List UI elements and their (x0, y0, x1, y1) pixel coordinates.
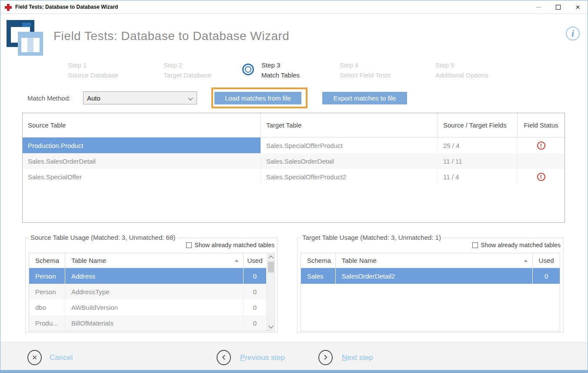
footer-bar: × Cancel ‹ Previous step › Next step (0, 342, 588, 371)
list-item[interactable]: Produ... BillOfMaterials 0 (29, 315, 274, 331)
error-icon[interactable]: ! (537, 141, 545, 150)
column-header-source-table[interactable]: Source Table (23, 113, 261, 137)
step-2-number: Step 2 (164, 61, 182, 69)
info-button[interactable]: i (566, 27, 580, 40)
step-2-label: Target Database (164, 70, 211, 80)
match-table-header: Source Table Target Table Source / Targe… (23, 113, 565, 138)
scroll-down-icon[interactable] (268, 323, 273, 328)
cell-table-name[interactable]: AWBuildVersion (65, 299, 244, 315)
title-bar: Field Tests: Database to Database Wizard… (0, 0, 588, 14)
column-header-used[interactable]: Used (533, 253, 560, 268)
error-icon[interactable]: ! (537, 173, 545, 181)
show-matched-label[interactable]: Show already matched tables (194, 242, 274, 249)
show-matched-checkbox[interactable] (472, 242, 478, 248)
target-table-usage-group: Target Table Usage (Matched: 3, Unmatche… (297, 238, 564, 333)
source-table-usage-group: Source Table Usage (Matched: 3, Unmatche… (25, 238, 277, 333)
column-header-schema[interactable]: Schema (301, 253, 336, 268)
table-row[interactable]: Sales.SpecialOffer Sales.SpecialOfferPro… (23, 169, 565, 185)
cell-used: 0 (244, 268, 266, 284)
list-item[interactable]: Person Address 0 (29, 268, 274, 284)
table-row[interactable]: Production.Product Sales.SpecialOfferPro… (23, 138, 565, 153)
target-usage-header: Schema Table Name Used (301, 253, 560, 268)
cell-table-name[interactable]: AddressType (65, 284, 244, 299)
cancel-link[interactable]: Cancel (50, 353, 73, 362)
cell-status: ! (518, 138, 565, 153)
step-4-select-field-tests: Step 4 Select Field Tests (340, 60, 391, 80)
match-method-dropdown[interactable]: Auto (83, 91, 197, 104)
cell-schema[interactable]: Person (29, 284, 65, 299)
step-3-number: Step 3 (261, 61, 280, 69)
cell-source[interactable]: Sales.SpecialOffer (23, 169, 261, 185)
cell-schema[interactable]: dbo (29, 299, 65, 315)
next-rest: ext step (347, 353, 373, 362)
step-5-label: Additional Options (435, 70, 488, 80)
target-usage-table: Schema Table Name Used Sales SalesOrderD… (301, 253, 560, 331)
step-5-number: Step 5 (435, 61, 454, 69)
previous-rest: revious step (245, 353, 285, 362)
step-1-source-database: Step 1 Source Database (68, 60, 118, 80)
next-step-link[interactable]: Next step (342, 353, 373, 362)
cell-target[interactable]: Sales.SalesOrderDetail (261, 153, 438, 169)
table-name-label: Table Name (342, 257, 377, 264)
cell-source[interactable]: Sales.SalesOrderDetail (23, 153, 261, 169)
list-item[interactable]: dbo AWBuildVersion 0 (29, 299, 274, 315)
scroll-up-icon[interactable] (268, 255, 273, 260)
cell-source[interactable]: Production.Product (23, 138, 261, 153)
close-icon: × (576, 3, 580, 11)
previous-accelerator: P (240, 353, 245, 362)
cell-schema[interactable]: Produ... (29, 315, 65, 331)
previous-step-button[interactable]: ‹ (217, 350, 231, 365)
cell-schema[interactable]: Sales (301, 268, 336, 284)
load-matches-button[interactable]: Load matches from file (214, 92, 301, 104)
close-button[interactable]: × (568, 0, 588, 13)
table-row[interactable]: Sales.SalesOrderDetail Sales.SalesOrderD… (23, 153, 565, 169)
next-accelerator: N (342, 353, 347, 362)
sort-ascending-icon (234, 259, 239, 262)
source-usage-header: Schema Table Name Used (29, 253, 274, 268)
column-header-schema[interactable]: Schema (29, 253, 65, 268)
info-icon: i (571, 29, 574, 39)
previous-step-link[interactable]: Previous step (240, 353, 285, 362)
list-item[interactable]: Person AddressType 0 (29, 284, 274, 299)
column-header-used[interactable]: Used (244, 253, 266, 268)
step-4-number: Step 4 (340, 61, 358, 69)
minimize-button[interactable] (529, 0, 548, 13)
target-show-matched-row[interactable]: Show already matched tables (472, 242, 561, 249)
next-step-button[interactable]: › (318, 350, 333, 365)
match-method-value: Auto (87, 94, 100, 102)
active-step-icon (242, 64, 254, 75)
column-header-fields[interactable]: Source / Target Fields (438, 113, 518, 137)
scrollbar-thumb[interactable] (268, 262, 274, 272)
cell-table-name[interactable]: Address (65, 268, 244, 284)
maximize-button[interactable] (548, 0, 568, 13)
cell-target[interactable]: Sales.SpecialOfferProduct (261, 138, 438, 153)
cell-target[interactable]: Sales.SpecialOfferProduct2 (261, 169, 438, 185)
source-show-matched-row[interactable]: Show already matched tables (186, 242, 274, 249)
cancel-x-icon: × (32, 353, 37, 363)
match-method-label: Match Method: (27, 94, 70, 102)
column-header-field-status[interactable]: Field Status (518, 113, 565, 137)
cell-fields: 25 / 4 (438, 138, 518, 153)
cell-used: 0 (244, 299, 266, 315)
maximize-icon (556, 5, 561, 10)
cell-schema[interactable]: Person (29, 268, 65, 284)
column-header-table-name[interactable]: Table Name (336, 253, 533, 268)
table-name-label: Table Name (71, 257, 106, 264)
step-3-label: Match Tables (261, 70, 300, 80)
show-matched-checkbox[interactable] (186, 242, 192, 248)
cell-table-name[interactable]: SalesOrderDetail2 (336, 268, 533, 284)
window-bottom-border (0, 370, 588, 373)
cancel-button[interactable]: × (27, 350, 42, 365)
list-item[interactable]: Sales SalesOrderDetail2 0 (301, 268, 560, 284)
step-3-match-tables: Step 3 Match Tables (261, 60, 300, 80)
vertical-scrollbar[interactable] (267, 253, 274, 331)
window-title: Field Tests: Database to Database Wizard (15, 4, 118, 10)
cell-used: 0 (244, 315, 266, 331)
export-matches-button[interactable]: Export matches to file (322, 92, 407, 104)
step-1-label: Source Database (68, 70, 118, 80)
column-header-target-table[interactable]: Target Table (261, 113, 438, 137)
show-matched-label[interactable]: Show already matched tables (481, 242, 561, 249)
cell-table-name[interactable]: BillOfMaterials (65, 315, 244, 331)
column-header-table-name[interactable]: Table Name (65, 253, 244, 268)
cell-status: ! (518, 153, 565, 169)
